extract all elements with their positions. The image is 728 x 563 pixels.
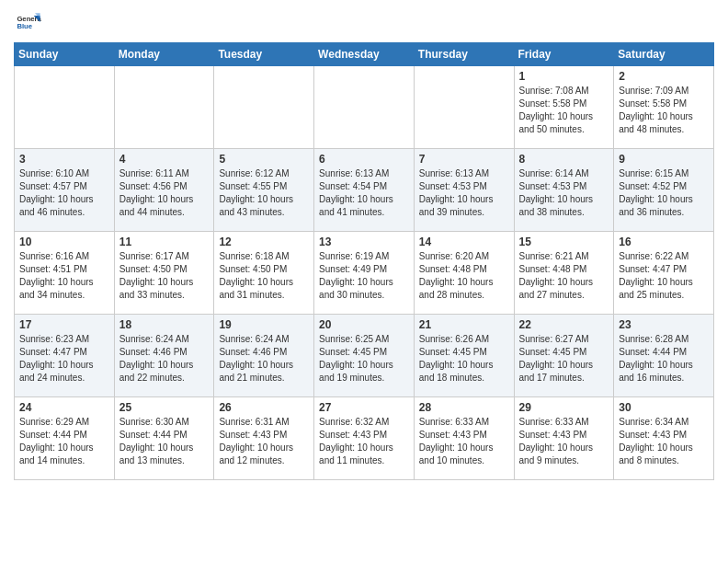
day-info: Sunrise: 6:21 AMSunset: 4:48 PMDaylight:… — [519, 250, 609, 302]
day-cell-22: 22Sunrise: 6:27 AMSunset: 4:45 PMDayligh… — [514, 315, 614, 397]
svg-text:Blue: Blue — [17, 22, 32, 30]
day-cell-25: 25Sunrise: 6:30 AMSunset: 4:44 PMDayligh… — [114, 397, 214, 480]
week-row-4: 17Sunrise: 6:23 AMSunset: 4:47 PMDayligh… — [15, 315, 714, 397]
day-info: Sunrise: 6:19 AMSunset: 4:49 PMDaylight:… — [319, 250, 409, 302]
day-info: Sunrise: 6:20 AMSunset: 4:48 PMDaylight:… — [419, 250, 509, 302]
day-cell-8: 8Sunrise: 6:14 AMSunset: 4:53 PMDaylight… — [514, 149, 614, 232]
day-number: 23 — [619, 318, 709, 331]
weekday-header-friday: Friday — [514, 43, 614, 66]
day-info: Sunrise: 6:12 AMSunset: 4:55 PMDaylight:… — [219, 167, 309, 219]
day-info: Sunrise: 6:30 AMSunset: 4:44 PMDaylight:… — [119, 416, 210, 467]
day-number: 20 — [319, 318, 409, 331]
day-info: Sunrise: 6:14 AMSunset: 4:53 PMDaylight:… — [519, 167, 609, 219]
day-cell-11: 11Sunrise: 6:17 AMSunset: 4:50 PMDayligh… — [114, 232, 214, 315]
day-info: Sunrise: 7:09 AMSunset: 5:58 PMDaylight:… — [619, 85, 709, 136]
day-info: Sunrise: 6:22 AMSunset: 4:47 PMDaylight:… — [619, 250, 709, 302]
day-cell-28: 28Sunrise: 6:33 AMSunset: 4:43 PMDayligh… — [414, 397, 514, 480]
day-cell-6: 6Sunrise: 6:13 AMSunset: 4:54 PMDaylight… — [314, 149, 415, 232]
day-cell-13: 13Sunrise: 6:19 AMSunset: 4:49 PMDayligh… — [314, 232, 415, 315]
day-cell-27: 27Sunrise: 6:32 AMSunset: 4:43 PMDayligh… — [314, 397, 415, 480]
day-number: 1 — [519, 70, 609, 83]
day-cell-18: 18Sunrise: 6:24 AMSunset: 4:46 PMDayligh… — [114, 315, 214, 397]
day-number: 12 — [219, 236, 309, 248]
day-info: Sunrise: 6:33 AMSunset: 4:43 PMDaylight:… — [519, 416, 609, 467]
empty-cell — [15, 66, 115, 149]
day-info: Sunrise: 6:27 AMSunset: 4:45 PMDaylight:… — [519, 333, 609, 385]
day-info: Sunrise: 6:33 AMSunset: 4:43 PMDaylight:… — [419, 416, 509, 467]
day-number: 26 — [219, 401, 309, 414]
day-info: Sunrise: 6:16 AMSunset: 4:51 PMDaylight:… — [19, 250, 109, 302]
day-info: Sunrise: 6:25 AMSunset: 4:45 PMDaylight:… — [319, 333, 409, 385]
empty-cell — [314, 66, 415, 149]
day-cell-1: 1Sunrise: 7:08 AMSunset: 5:58 PMDaylight… — [514, 66, 614, 149]
day-cell-24: 24Sunrise: 6:29 AMSunset: 4:44 PMDayligh… — [15, 397, 115, 480]
day-info: Sunrise: 6:32 AMSunset: 4:43 PMDaylight:… — [319, 416, 409, 467]
day-number: 22 — [519, 318, 609, 331]
week-row-2: 3Sunrise: 6:10 AMSunset: 4:57 PMDaylight… — [15, 149, 714, 232]
page-container: General Blue SundayMondayTuesdayWednesda… — [0, 0, 728, 494]
day-info: Sunrise: 6:24 AMSunset: 4:46 PMDaylight:… — [119, 333, 210, 385]
day-info: Sunrise: 6:18 AMSunset: 4:50 PMDaylight:… — [219, 250, 309, 302]
day-info: Sunrise: 6:17 AMSunset: 4:50 PMDaylight:… — [119, 250, 210, 302]
day-number: 9 — [619, 153, 709, 166]
day-info: Sunrise: 6:13 AMSunset: 4:54 PMDaylight:… — [319, 167, 409, 219]
day-number: 17 — [19, 318, 109, 331]
day-info: Sunrise: 6:34 AMSunset: 4:43 PMDaylight:… — [619, 416, 709, 467]
day-number: 11 — [119, 236, 210, 248]
day-number: 24 — [19, 401, 109, 414]
day-cell-15: 15Sunrise: 6:21 AMSunset: 4:48 PMDayligh… — [514, 232, 614, 315]
day-cell-14: 14Sunrise: 6:20 AMSunset: 4:48 PMDayligh… — [414, 232, 514, 315]
day-cell-3: 3Sunrise: 6:10 AMSunset: 4:57 PMDaylight… — [15, 149, 115, 232]
day-number: 27 — [319, 401, 409, 414]
day-number: 15 — [519, 236, 609, 248]
day-cell-20: 20Sunrise: 6:25 AMSunset: 4:45 PMDayligh… — [314, 315, 415, 397]
day-cell-21: 21Sunrise: 6:26 AMSunset: 4:45 PMDayligh… — [414, 315, 514, 397]
logo-icon: General Blue — [16, 9, 41, 35]
week-row-5: 24Sunrise: 6:29 AMSunset: 4:44 PMDayligh… — [15, 397, 714, 480]
weekday-header-sunday: Sunday — [15, 43, 115, 66]
weekday-header-row: SundayMondayTuesdayWednesdayThursdayFrid… — [15, 43, 714, 66]
day-cell-7: 7Sunrise: 6:13 AMSunset: 4:53 PMDaylight… — [414, 149, 514, 232]
day-info: Sunrise: 6:13 AMSunset: 4:53 PMDaylight:… — [419, 167, 509, 219]
day-info: Sunrise: 6:11 AMSunset: 4:56 PMDaylight:… — [119, 167, 210, 219]
day-number: 21 — [419, 318, 509, 331]
day-number: 16 — [619, 236, 709, 248]
day-number: 10 — [19, 236, 109, 248]
weekday-header-saturday: Saturday — [614, 43, 714, 66]
weekday-header-monday: Monday — [114, 43, 214, 66]
day-number: 13 — [319, 236, 409, 248]
day-cell-19: 19Sunrise: 6:24 AMSunset: 4:46 PMDayligh… — [214, 315, 314, 397]
day-info: Sunrise: 6:31 AMSunset: 4:43 PMDaylight:… — [219, 416, 309, 467]
day-number: 14 — [419, 236, 509, 248]
week-row-1: 1Sunrise: 7:08 AMSunset: 5:58 PMDaylight… — [15, 66, 714, 149]
weekday-header-thursday: Thursday — [414, 43, 514, 66]
day-cell-12: 12Sunrise: 6:18 AMSunset: 4:50 PMDayligh… — [214, 232, 314, 315]
day-cell-2: 2Sunrise: 7:09 AMSunset: 5:58 PMDaylight… — [614, 66, 714, 149]
empty-cell — [414, 66, 514, 149]
logo: General Blue — [14, 9, 41, 35]
day-info: Sunrise: 6:23 AMSunset: 4:47 PMDaylight:… — [19, 333, 109, 385]
day-cell-5: 5Sunrise: 6:12 AMSunset: 4:55 PMDaylight… — [214, 149, 314, 232]
weekday-header-tuesday: Tuesday — [214, 43, 314, 66]
day-number: 8 — [519, 153, 609, 166]
day-number: 2 — [619, 70, 709, 83]
day-number: 19 — [219, 318, 309, 331]
day-cell-26: 26Sunrise: 6:31 AMSunset: 4:43 PMDayligh… — [214, 397, 314, 480]
day-cell-29: 29Sunrise: 6:33 AMSunset: 4:43 PMDayligh… — [514, 397, 614, 480]
day-number: 28 — [419, 401, 509, 414]
day-cell-9: 9Sunrise: 6:15 AMSunset: 4:52 PMDaylight… — [614, 149, 714, 232]
day-number: 6 — [319, 153, 409, 166]
day-info: Sunrise: 6:15 AMSunset: 4:52 PMDaylight:… — [619, 167, 709, 219]
day-number: 7 — [419, 153, 509, 166]
day-number: 30 — [619, 401, 709, 414]
day-number: 25 — [119, 401, 210, 414]
day-cell-23: 23Sunrise: 6:28 AMSunset: 4:44 PMDayligh… — [614, 315, 714, 397]
calendar-table: SundayMondayTuesdayWednesdayThursdayFrid… — [14, 42, 714, 480]
day-number: 18 — [119, 318, 210, 331]
week-row-3: 10Sunrise: 6:16 AMSunset: 4:51 PMDayligh… — [15, 232, 714, 315]
header: General Blue — [14, 9, 714, 35]
day-info: Sunrise: 6:26 AMSunset: 4:45 PMDaylight:… — [419, 333, 509, 385]
day-number: 29 — [519, 401, 609, 414]
day-number: 3 — [19, 153, 109, 166]
day-cell-16: 16Sunrise: 6:22 AMSunset: 4:47 PMDayligh… — [614, 232, 714, 315]
